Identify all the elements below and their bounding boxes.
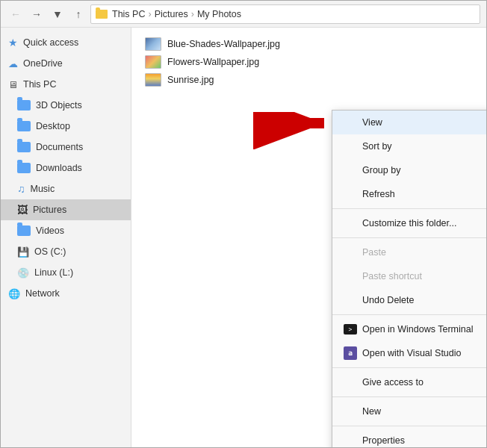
context-menu-item-refresh[interactable]: Refresh [332,182,486,206]
paste-icon [343,245,358,260]
breadcrumb-folder-icon [96,10,108,19]
pc-icon: 🖥 [8,79,18,90]
context-menu-item-open-terminal[interactable]: Open in Windows Terminal [332,317,486,341]
context-menu-item-group-by[interactable]: Group by › [332,158,486,182]
ctx-label-view: View [362,117,486,128]
sidebar-label-pictures: Pictures [33,205,66,215]
context-menu-item-open-vs[interactable]: 𝕒 Open with Visual Studio [332,341,486,365]
context-menu-item-customize[interactable]: Customize this folder... [332,211,486,235]
toolbar: ← → ▼ ↑ This PC › Pictures › My Photos [1,1,486,28]
pictures-icon: 🖼 [17,204,28,216]
ctx-label-refresh: Refresh [362,189,486,199]
context-menu-item-undo-delete[interactable]: Undo Delete Ctrl+Z [332,288,486,312]
sidebar-label-3d-objects: 3D Objects [36,100,82,111]
sidebar-label-network: Network [25,288,60,299]
sidebar-label-linux-l: Linux (L:) [34,267,73,278]
ctx-label-paste: Paste [362,247,486,258]
file-name: Sunrise.jpg [167,75,214,85]
vs-icon: 𝕒 [343,346,358,361]
context-menu-item-paste-shortcut[interactable]: Paste shortcut [332,264,486,288]
ctx-label-open-terminal: Open in Windows Terminal [362,324,486,335]
sort-icon [343,139,358,154]
sidebar-label-os-c: OS (C:) [34,246,66,257]
folder-3d-icon [17,100,31,111]
breadcrumb-thispc[interactable]: This PC [112,9,145,19]
ctx-label-paste-shortcut: Paste shortcut [362,271,486,281]
file-name: Flowers-Wallpaper.jpg [167,57,259,67]
drive-c-icon: 💾 [17,246,29,258]
ctx-separator-1 [332,208,486,209]
ctx-label-sort-by: Sort by [362,141,486,152]
red-arrow-indicator [253,112,343,149]
ctx-label-customize: Customize this folder... [362,218,486,228]
undo-icon [343,293,358,308]
folder-videos-icon [17,225,31,236]
up-button[interactable]: ↑ [69,5,87,23]
file-thumbnail [145,55,161,69]
refresh-icon [343,187,358,202]
context-menu-item-give-access[interactable]: Give access to › [332,370,486,394]
back-button[interactable]: ← [7,5,25,23]
folder-documents-icon [17,142,31,152]
ctx-label-properties: Properties [362,435,486,446]
list-item[interactable]: Sunrise.jpg [142,71,476,89]
sidebar-item-linux-l[interactable]: 💿 Linux (L:) [1,262,131,283]
terminal-icon [343,322,358,337]
vs-icon-box: 𝕒 [344,346,357,360]
file-explorer-window: ← → ▼ ↑ This PC › Pictures › My Photos ★… [0,0,487,448]
ctx-label-give-access: Give access to [362,377,486,388]
context-menu-item-sort-by[interactable]: Sort by › [332,134,486,158]
file-content-area: Blue-Shades-Wallpaper.jpg Flowers-Wallpa… [131,28,486,447]
sidebar-item-documents[interactable]: Documents [1,137,131,158]
ctx-label-open-vs: Open with Visual Studio [362,348,486,358]
list-item[interactable]: Flowers-Wallpaper.jpg [142,53,476,71]
sidebar-item-3d-objects[interactable]: 3D Objects [1,95,131,116]
ctx-separator-5 [332,396,486,397]
breadcrumb-pictures[interactable]: Pictures [155,9,188,19]
file-thumbnail [145,73,161,87]
drive-l-icon: 💿 [17,267,29,279]
context-menu-item-paste[interactable]: Paste [332,240,486,264]
folder-desktop-icon [17,121,31,131]
sidebar-item-music[interactable]: ♫ Music [1,178,131,199]
file-name: Blue-Shades-Wallpaper.jpg [167,39,280,49]
list-item[interactable]: Blue-Shades-Wallpaper.jpg [142,35,476,53]
sidebar-item-pictures[interactable]: 🖼 Pictures [1,199,131,220]
context-menu: View › Sort by › Group by › [332,110,486,447]
view-icon [343,115,358,130]
give-access-icon [343,375,358,390]
music-icon: ♫ [17,183,25,195]
ctx-separator-6 [332,426,486,426]
sidebar-item-os-c[interactable]: 💾 OS (C:) [1,241,131,262]
ctx-label-group-by: Group by [362,165,486,175]
sidebar-item-desktop[interactable]: Desktop [1,116,131,137]
sidebar-item-network[interactable]: 🌐 Network [1,283,131,304]
customize-icon [343,216,358,231]
ctx-label-new: New [362,406,486,417]
breadcrumb-sep2: › [191,9,194,19]
sidebar-label-downloads: Downloads [36,163,82,173]
sidebar-label-quick-access: Quick access [23,37,78,48]
sidebar-item-downloads[interactable]: Downloads [1,158,131,178]
sidebar-item-quick-access[interactable]: ★ Quick access [1,32,131,53]
cloud-icon: ☁ [8,58,18,69]
context-menu-item-new[interactable]: New › [332,399,486,423]
breadcrumb-myphotos[interactable]: My Photos [197,9,241,19]
breadcrumb[interactable]: This PC › Pictures › My Photos [90,4,480,24]
sidebar-item-this-pc[interactable]: 🖥 This PC [1,74,131,95]
file-list: Blue-Shades-Wallpaper.jpg Flowers-Wallpa… [142,35,476,89]
context-menu-item-properties[interactable]: Properties [332,429,486,447]
main-area: ★ Quick access ☁ OneDrive 🖥 This PC 3D O… [1,28,486,447]
new-icon [343,404,358,419]
sidebar-item-videos[interactable]: Videos [1,220,131,241]
sidebar-label-music: Music [31,184,55,194]
forward-button[interactable]: → [28,5,46,23]
sidebar-label-onedrive: OneDrive [23,58,63,69]
group-icon [343,163,358,178]
sidebar-item-onedrive[interactable]: ☁ OneDrive [1,53,131,74]
sidebar-label-documents: Documents [36,142,83,152]
context-menu-item-view[interactable]: View › [332,111,486,134]
sidebar-label-videos: Videos [36,225,64,236]
dropdown-button[interactable]: ▼ [49,5,66,23]
properties-icon [343,433,358,447]
